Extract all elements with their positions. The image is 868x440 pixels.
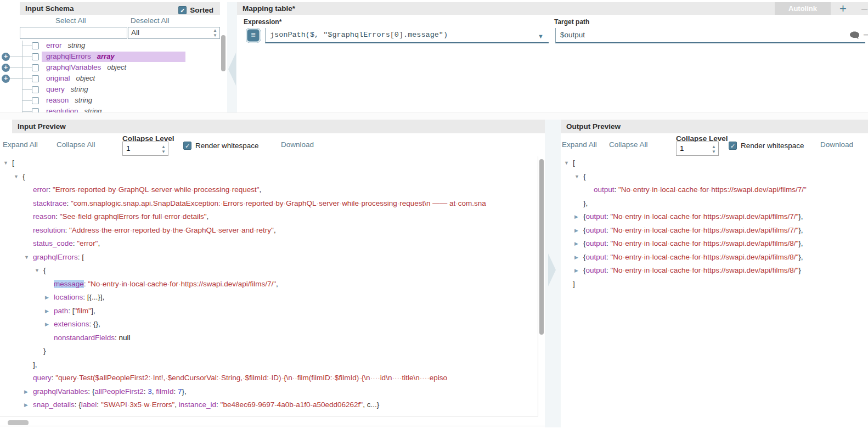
collapse-toggle-icon[interactable]: ▼ [564,156,569,170]
field-checkbox[interactable] [32,64,39,71]
input-preview-json: ▼[▼{error: "Errors·reported·by·GraphQL·s… [0,156,538,416]
expression-input[interactable]: jsonPath($, "$graphqlErrors[0].message") [265,28,549,43]
field-checkbox[interactable] [32,108,39,112]
spinner-arrows-icon[interactable]: ▲▼ [161,144,166,154]
json-key-segment: stacktrace [33,199,67,207]
json-punct-segment: : { [88,387,94,396]
schema-field-row[interactable]: querystring [0,84,221,95]
schema-field-row[interactable]: errorstring [0,41,221,52]
render-whitespace-label: Render whitespace [741,142,804,150]
expand-node-plus-icon[interactable]: + [2,53,10,61]
collapse-all-link[interactable]: Collapse All [57,140,95,149]
field-checkbox[interactable] [32,86,39,93]
json-punct-segment: : [115,334,119,342]
expression-toggle-equals-icon[interactable]: = [246,28,261,43]
expand-node-plus-icon[interactable]: + [2,75,10,83]
json-punct-segment: : [606,239,611,247]
schema-field-row[interactable]: +graphqlVariablesobject [0,63,221,74]
scrollbar-thumb[interactable] [221,35,226,71]
dropdown-spinner-icon[interactable]: ▲▼ [213,28,217,38]
schema-vertical-scrollbar[interactable] [221,15,226,112]
panel-splitter-left[interactable] [227,2,237,112]
field-checkbox[interactable] [32,53,39,60]
json-row: ▶extensions: {}, [0,318,538,331]
collapse-level-input[interactable] [677,142,706,154]
json-punct-segment: : [ [78,253,84,261]
expand-node-plus-icon[interactable]: + [2,64,10,72]
comment-bubble-icon[interactable] [849,31,860,42]
mapping-table-panel: Mapping table* Autolink + – Expression* … [237,2,868,112]
field-checkbox[interactable] [32,75,39,82]
download-link[interactable]: Download [820,140,853,149]
collapse-level-input[interactable] [123,142,156,154]
expand-all-link[interactable]: Expand All [562,140,597,149]
collapse-toggle-icon[interactable]: ▼ [3,156,8,170]
schema-field-row[interactable]: +graphqlErrorsarray [0,52,221,63]
schema-field-row[interactable]: reasonstring [0,95,221,106]
field-checkbox[interactable] [32,97,39,104]
target-path-input[interactable]: $output [555,28,865,43]
json-row: ] [561,278,868,291]
expand-toggle-icon[interactable]: ▶ [574,224,578,238]
schema-field-row[interactable]: +originalobject [0,74,221,84]
output-preview-header: Output Preview [561,120,868,133]
expand-toggle-icon[interactable]: ▶ [574,210,578,224]
panel-splitter-right[interactable] [545,120,561,427]
expand-toggle-icon[interactable]: ▶ [24,398,28,412]
collapse-all-link[interactable]: Collapse All [609,140,648,149]
input-schema-title: Input Schema [25,4,74,13]
json-punct-segment: : [67,199,71,207]
json-str-segment: "Errors·reported·by·GraphQL·server·while… [53,185,260,194]
collapse-panel-left-arrow-icon[interactable] [228,53,236,86]
download-link[interactable]: Download [281,140,314,149]
select-all-link[interactable]: Select All [55,16,86,25]
schema-tree: errorstring+graphqlErrorsarray+graphqlVa… [0,41,221,112]
json-punct-segment: : [55,212,60,221]
expand-toggle-icon[interactable]: ▶ [574,264,578,278]
json-key-segment: error [33,185,49,194]
schema-field-row[interactable]: resolutionstring [0,106,221,112]
schema-scope-dropdown[interactable]: All ▲▼ [128,27,220,39]
json-punct-segment: : [216,400,221,409]
expand-toggle-icon[interactable]: ▶ [45,318,49,331]
json-row: output: "No·entry·in·local·cache·for·htt… [561,183,868,197]
expand-all-link[interactable]: Expand All [3,140,38,149]
collapse-toggle-icon[interactable]: ▼ [574,170,579,184]
render-whitespace-checkbox[interactable]: ✓ [729,142,737,150]
json-str-segment: "query·Test($allPeopleFirst2:·Int!,·$end… [55,374,447,382]
remove-row-minus-icon[interactable]: – [861,2,867,15]
sorted-checkbox[interactable]: ✓ [178,6,187,14]
autolink-button[interactable]: Autolink [775,2,831,15]
field-checkbox[interactable] [32,42,39,49]
expression-dropdown-chevron-icon[interactable]: ▼ [538,33,544,40]
expand-toggle-icon[interactable]: ▶ [574,251,578,264]
json-str-segment: "See·field·graphqlErrors·for·full·error·… [60,212,207,221]
collapse-toggle-icon[interactable]: ▼ [35,264,40,278]
schema-filter-input[interactable] [20,27,127,39]
collapse-level-spinner[interactable]: ▲▼ [122,142,168,156]
collapse-panel-right-arrow-icon[interactable] [548,253,556,286]
json-punct-segment: , [276,280,278,288]
expand-toggle-icon[interactable]: ▶ [45,291,49,304]
field-name: original [46,74,70,82]
mapping-table-header: Mapping table* [237,2,868,15]
input-preview-horizontal-scrollbar[interactable] [0,419,545,426]
render-whitespace-checkbox[interactable]: ✓ [183,142,191,150]
expand-toggle-icon[interactable]: ▶ [45,304,49,318]
output-preview-json: ▼[▼{output: "No·entry·in·local·cache·for… [561,156,868,416]
collapse-toggle-icon[interactable]: ▼ [24,251,29,264]
collapse-level-spinner[interactable]: ▲▼ [676,142,719,156]
collapse-toggle-icon[interactable]: ▼ [14,170,19,184]
deselect-all-link[interactable]: Deselect All [131,16,170,25]
scrollbar-thumb[interactable] [539,159,544,335]
field-name: query [46,85,65,93]
scrollbar-thumb[interactable] [8,420,29,425]
expand-toggle-icon[interactable]: ▶ [24,385,28,399]
json-null-segment: null [119,334,131,342]
expand-toggle-icon[interactable]: ▶ [574,237,578,251]
spinner-arrows-icon[interactable]: ▲▼ [712,144,716,154]
add-row-plus-icon[interactable]: + [839,2,847,16]
input-preview-vertical-scrollbar[interactable] [539,156,544,416]
remove-mapping-row-minus-icon[interactable]: – [864,28,868,41]
render-whitespace-label: Render whitespace [195,142,259,150]
